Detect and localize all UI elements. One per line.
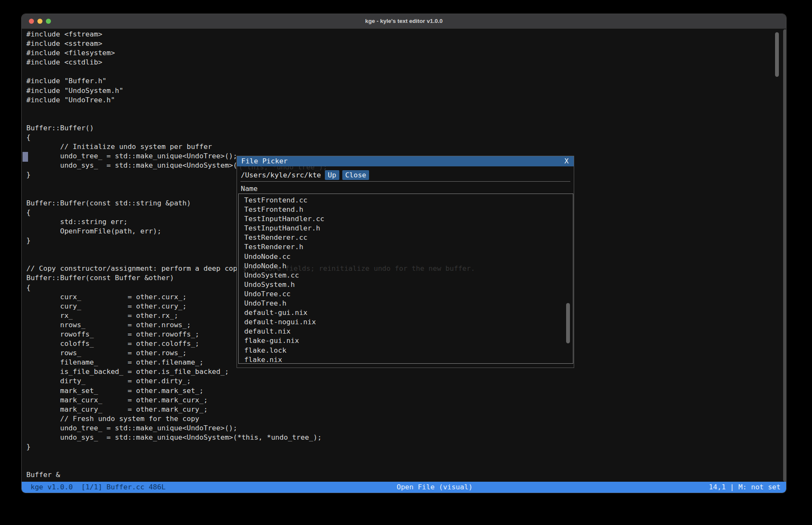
editor-scrollbar-thumb[interactable] bbox=[775, 32, 779, 77]
file-list-scrollbar-thumb[interactable] bbox=[566, 303, 570, 343]
window-scrollbar-track[interactable] bbox=[783, 29, 786, 482]
file-item[interactable]: TestInputHandler.cc bbox=[239, 214, 573, 224]
close-button[interactable]: Close bbox=[342, 170, 369, 180]
editor-area: #include <fstream> #include <sstream> #i… bbox=[22, 28, 786, 483]
file-item[interactable]: default-gui.nix bbox=[239, 308, 573, 317]
status-mode-label: Open File (visual) bbox=[397, 482, 473, 493]
file-item[interactable]: TestFrontend.h bbox=[239, 205, 573, 214]
file-item[interactable]: UndoTree.cc bbox=[239, 289, 573, 299]
file-item[interactable]: default-nogui.nix bbox=[239, 317, 573, 327]
file-item[interactable]: UndoNode.cc bbox=[239, 252, 573, 261]
file-item[interactable]: default.nix bbox=[239, 327, 573, 336]
dialog-close-icon[interactable]: X bbox=[564, 156, 569, 166]
file-item[interactable]: flake.lock bbox=[239, 346, 573, 355]
file-item[interactable]: flake-gui.nix bbox=[239, 336, 573, 345]
window-title: kge - kyle's text editor v1.0.0 bbox=[22, 14, 786, 28]
file-rows: TestFrontend.ccTestFrontend.hTestInputHa… bbox=[239, 196, 573, 364]
file-picker-dialog: (*this, *undo_tree_); y of core fields; … bbox=[237, 156, 574, 368]
current-path-label: /Users/kyle/src/kte bbox=[241, 171, 321, 179]
file-item[interactable]: UndoTree.h bbox=[239, 299, 573, 308]
file-item[interactable]: TestRenderer.h bbox=[239, 242, 573, 252]
file-item[interactable]: TestFrontend.cc bbox=[239, 196, 573, 205]
file-item[interactable]: TestRenderer.cc bbox=[239, 233, 573, 242]
status-cursor-position: 14,1 | M: not set bbox=[709, 482, 781, 493]
up-button[interactable]: Up bbox=[325, 170, 339, 180]
dialog-title: File Picker bbox=[241, 157, 288, 165]
file-item[interactable]: UndoSystem.h bbox=[239, 280, 573, 289]
text-cursor bbox=[23, 152, 28, 162]
app-window: kge - kyle's text editor v1.0.0 #include… bbox=[21, 14, 787, 493]
status-bar: kge v1.0.0 [1/1] Buffer.cc 486L Open Fil… bbox=[22, 482, 786, 493]
file-item[interactable]: TestInputHandler.h bbox=[239, 224, 573, 233]
file-item[interactable]: UndoSystem.cc bbox=[239, 271, 573, 280]
path-row: /Users/kyle/src/kte Up Close bbox=[241, 169, 372, 180]
name-column-header: Name bbox=[241, 184, 258, 194]
status-left-version-file: kge v1.0.0 [1/1] Buffer.cc 486L bbox=[31, 482, 166, 493]
dialog-titlebar[interactable]: File Picker X bbox=[237, 156, 574, 166]
window-titlebar[interactable]: kge - kyle's text editor v1.0.0 bbox=[22, 14, 786, 29]
file-item[interactable]: flake.nix bbox=[239, 355, 573, 364]
file-list: TestFrontend.ccTestFrontend.hTestInputHa… bbox=[238, 194, 573, 364]
file-item[interactable]: UndoNode.h bbox=[239, 261, 573, 271]
dialog-separator bbox=[240, 181, 570, 182]
